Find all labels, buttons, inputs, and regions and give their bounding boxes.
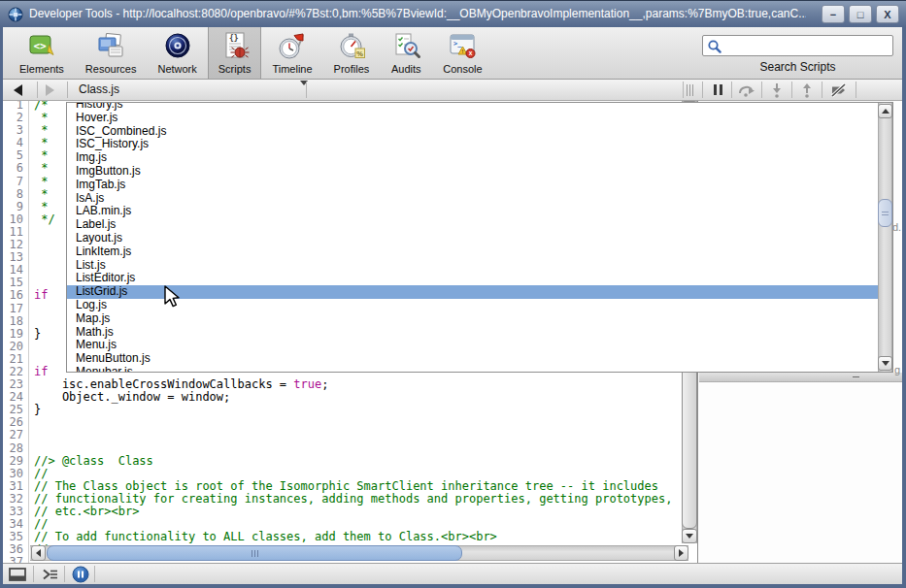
dropdown-item[interactable]: Map.js	[67, 312, 878, 326]
search-input[interactable]	[726, 37, 893, 56]
line-number[interactable]: 6	[3, 162, 29, 175]
dropdown-item[interactable]: Menubar.js	[67, 366, 878, 373]
dropdown-scrollbar[interactable]	[878, 103, 892, 372]
file-selector[interactable]: Class.js	[71, 80, 304, 100]
dropdown-item[interactable]: Img.js	[67, 151, 878, 165]
line-number[interactable]: 20	[3, 341, 29, 353]
dropdown-scroll-up-button[interactable]	[878, 104, 892, 118]
toolbar-button-label: Elements	[19, 63, 64, 75]
dropdown-item[interactable]: List.js	[67, 259, 878, 273]
window-title: Developer Tools - http://localhost:8080/…	[29, 7, 806, 23]
dropdown-item[interactable]: Log.js	[67, 299, 878, 312]
svg-text:x: x	[469, 49, 473, 56]
dropdown-item[interactable]: History.js	[67, 102, 878, 112]
line-number[interactable]: 30	[3, 468, 29, 480]
code-text: Object._window = window;	[29, 391, 230, 404]
pause-on-exceptions-button[interactable]	[69, 566, 92, 583]
step-into-button[interactable]	[762, 80, 791, 100]
line-number[interactable]: 37	[3, 556, 29, 563]
toolbar-button-label: Scripts	[218, 63, 252, 75]
scroll-right-button[interactable]	[674, 545, 688, 561]
deactivate-breakpoints-icon	[829, 82, 849, 98]
svg-text:!: !	[462, 49, 464, 54]
line-number[interactable]: 7	[3, 176, 29, 188]
toolbar-button-label: Console	[443, 63, 482, 75]
dropdown-item[interactable]: MenuButton.js	[67, 352, 878, 366]
toolbar-button-scripts[interactable]: {}Scripts	[208, 27, 262, 79]
close-button[interactable]: X	[876, 5, 899, 23]
code-text	[29, 226, 34, 239]
search-box[interactable]	[702, 35, 893, 56]
dropdown-item[interactable]: Hover.js	[67, 112, 878, 125]
console-prompt-button[interactable]	[39, 566, 62, 583]
toolbar-buttons: <>ElementsResourcesNetwork{}ScriptsTimel…	[9, 27, 493, 79]
line-number[interactable]: 27	[3, 429, 29, 441]
code-line: 26	[3, 416, 682, 429]
code-text: }	[29, 328, 41, 341]
show-console-button[interactable]	[6, 566, 29, 583]
editor-hscroll-thumb[interactable]	[47, 545, 462, 561]
dropdown-item[interactable]: ImgButton.js	[67, 165, 878, 179]
code-text: }	[29, 404, 41, 416]
back-icon[interactable]	[14, 84, 22, 96]
scroll-left-button[interactable]	[31, 545, 46, 561]
line-number[interactable]: 8	[3, 188, 29, 201]
dropdown-item[interactable]: ISC_Combined.js	[67, 125, 878, 139]
dropdown-scroll-down-button[interactable]	[878, 356, 892, 371]
maximize-button[interactable]: □	[849, 5, 872, 23]
step-into-icon	[767, 82, 787, 98]
line-number[interactable]: 17	[3, 303, 29, 315]
forward-icon[interactable]	[46, 84, 54, 96]
dropdown-item[interactable]: ISC_History.js	[67, 138, 878, 151]
title-bar: Developer Tools - http://localhost:8080/…	[0, 0, 906, 27]
line-number[interactable]: 10	[3, 213, 29, 226]
scroll-down-button[interactable]	[682, 529, 697, 543]
code-text	[29, 264, 34, 277]
dropdown-item[interactable]: ListEditor.js	[67, 272, 878, 285]
dropdown-item[interactable]: Math.js	[67, 326, 878, 340]
line-number[interactable]: 16	[3, 289, 29, 302]
toolbar-button-label: Audits	[391, 63, 421, 75]
line-number[interactable]: 31	[3, 480, 29, 493]
dropdown-scroll-thumb[interactable]	[878, 199, 892, 227]
dropdown-item[interactable]: Menu.js	[67, 339, 878, 352]
toolbar-button-timeline[interactable]: Timeline	[261, 27, 322, 79]
pause-button[interactable]	[704, 80, 731, 100]
file-dropdown[interactable]: History.jsHover.jsISC_Combined.jsISC_His…	[66, 102, 893, 373]
step-over-icon	[737, 82, 756, 98]
splitter-grip-icon[interactable]	[687, 84, 698, 96]
sidebar-text-fragment: d.	[892, 221, 901, 233]
dropdown-item[interactable]: ListGrid.js	[67, 285, 878, 299]
toolbar-button-console[interactable]: >_!xConsole	[432, 27, 492, 79]
line-number[interactable]: 21	[3, 353, 29, 366]
toolbar-button-network[interactable]: Network	[147, 27, 207, 79]
deactivate-breakpoints-button[interactable]	[822, 80, 856, 100]
line-number[interactable]: 29	[3, 455, 29, 468]
toolbar-button-resources[interactable]: Resources	[75, 27, 148, 79]
line-number[interactable]: 9	[3, 201, 29, 213]
sidebar-section-header[interactable]	[699, 373, 902, 382]
dropdown-item[interactable]: Layout.js	[67, 232, 878, 245]
console-icon: >_!x	[447, 30, 478, 61]
step-out-button[interactable]	[792, 80, 822, 100]
pause-on-exceptions-icon	[72, 566, 89, 583]
line-number[interactable]: 18	[3, 315, 29, 328]
toolbar-button-audits[interactable]: Audits	[380, 27, 432, 79]
dropdown-item[interactable]: LAB.min.js	[67, 205, 878, 218]
devtools-window: Developer Tools - http://localhost:8080/…	[0, 0, 906, 588]
svg-text:%: %	[356, 49, 363, 58]
code-line: 29//> @class Class	[3, 455, 682, 468]
toolbar-button-label: Timeline	[272, 63, 312, 75]
window-frame	[0, 584, 906, 588]
toolbar-button-elements[interactable]: <>Elements	[9, 27, 75, 79]
dropdown-item[interactable]: Label.js	[67, 218, 878, 232]
line-number[interactable]: 28	[3, 442, 29, 455]
dropdown-item[interactable]: LinkItem.js	[67, 245, 878, 259]
code-text	[29, 239, 34, 251]
dropdown-item[interactable]: ImgTab.js	[67, 179, 878, 192]
line-number[interactable]: 19	[3, 328, 29, 341]
toolbar-button-profiles[interactable]: %Profiles	[323, 27, 381, 79]
dropdown-item[interactable]: IsA.js	[67, 192, 878, 206]
step-over-button[interactable]	[732, 80, 761, 100]
minimize-button[interactable]: −	[822, 5, 845, 23]
